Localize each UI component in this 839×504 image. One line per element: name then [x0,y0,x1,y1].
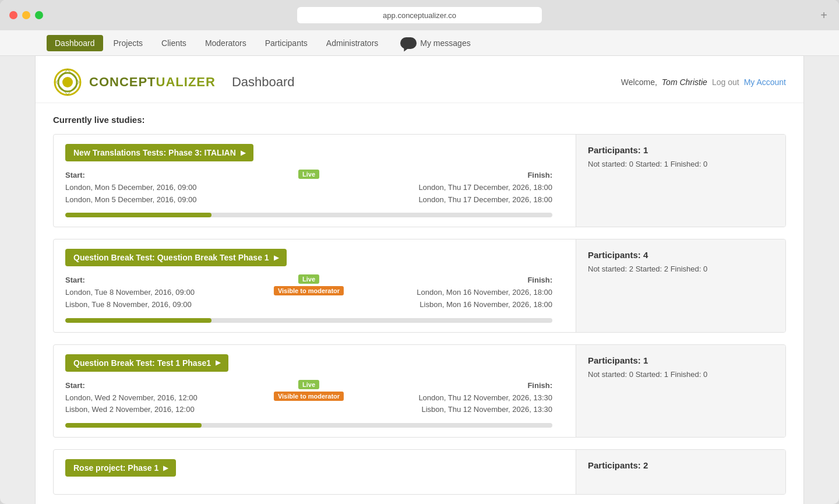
study-badges-1: Live [298,170,319,179]
play-icon-3: ▶ [216,359,220,366]
close-button[interactable] [9,11,17,19]
study-finish-dates-1: Finish: London, Thu 17 December, 2026, 1… [418,170,552,206]
finish-date-2-1: Lisbon, Mon 16 November, 2026, 18:00 [417,299,552,311]
participants-count-1: Participants: 1 [588,145,774,155]
start-label-2: Start: [65,274,195,287]
finish-date-3-1: Lisbon, Thu 12 November, 2026, 13:30 [418,404,552,416]
minimize-button[interactable] [22,11,30,19]
live-badge-1: Live [298,170,319,179]
start-date-3-1: Lisbon, Wed 2 November, 2016, 12:00 [65,404,198,416]
study-badges-3: Live Visible to moderator [274,380,344,401]
study-finish-dates-3: Finish: London, Thu 12 November, 2026, 1… [418,380,552,416]
finish-label-2: Finish: [417,274,552,287]
welcome-text: Welcome, [621,77,657,87]
start-label-3: Start: [65,380,198,392]
study-title-btn-4[interactable]: Rose project: Phase 1 ▶ [65,459,176,477]
start-date-2-1: Lisbon, Tue 8 November, 2016, 09:00 [65,299,195,311]
nav-projects[interactable]: Projects [105,35,151,51]
logo-text: CONCEPTUALIZER [89,75,216,90]
participants-count-2: Participants: 4 [588,250,774,260]
url-text: app.conceptualizer.co [383,11,456,20]
main-content: CONCEPTUALIZER Dashboard Welcome, Tom Ch… [35,56,804,504]
study-title-text-1: New Translations Tests: Phase 3: ITALIAN [73,148,236,157]
visible-badge-3: Visible to moderator [274,392,344,401]
finish-date-3-0: London, Thu 12 November, 2026, 13:30 [418,392,552,404]
logo-concept: CONCEPT [89,75,156,89]
study-right-4: Participants: 2 [576,450,785,494]
content-area: Currently live studies: New Translations… [36,103,803,504]
progress-fill-2 [65,318,211,323]
study-badges-2: Live Visible to moderator [274,274,344,295]
finish-label-1: Finish: [418,170,552,182]
titlebar: app.conceptualizer.co + [0,0,839,30]
svg-point-2 [62,77,73,87]
study-title-text-4: Rose project: Phase 1 [73,463,158,473]
study-title-btn-2[interactable]: Question Break Test: Question Break Test… [65,249,287,266]
participants-detail-3: Not started: 0 Started: 1 Finished: 0 [588,370,774,379]
study-title-text-2: Question Break Test: Question Break Test… [73,253,269,262]
nav-messages[interactable]: My messages [400,37,470,49]
finish-label-3: Finish: [418,380,552,392]
start-date-3-0: London, Wed 2 November, 2016, 12:00 [65,392,198,404]
url-bar[interactable]: app.conceptualizer.co [297,7,542,23]
study-card-1: New Translations Tests: Phase 3: ITALIAN… [53,134,786,227]
maximize-button[interactable] [35,11,43,19]
logo-area: CONCEPTUALIZER Dashboard [53,68,295,97]
user-area: Welcome, Tom Christie Log out My Account [621,77,786,87]
participants-detail-2: Not started: 2 Started: 2 Finished: 0 [588,265,774,273]
study-right-2: Participants: 4 Not started: 2 Started: … [576,239,785,332]
study-title-text-3: Question Break Test: Test 1 Phase1 [73,358,211,368]
nav-participants[interactable]: Participants [257,35,316,51]
study-left-4: Rose project: Phase 1 ▶ [54,450,564,494]
study-title-btn-1[interactable]: New Translations Tests: Phase 3: ITALIAN… [65,144,253,161]
play-icon-4: ▶ [163,464,168,472]
finish-date-1-0: London, Thu 17 December, 2026, 18:00 [418,182,552,194]
nav-administrators[interactable]: Administrators [318,35,386,51]
finish-date-1-1: London, Thu 17 December, 2026, 18:00 [418,194,552,206]
play-icon-2: ▶ [274,254,279,262]
study-card-4: Rose project: Phase 1 ▶ Participants: 2 [53,449,786,495]
study-dates-2: Start: London, Tue 8 November, 2016, 09:… [65,274,552,311]
message-bubble-icon [400,37,417,49]
study-finish-dates-2: Finish: London, Mon 16 November, 2026, 1… [417,274,552,311]
start-date-2-0: London, Tue 8 November, 2016, 09:00 [65,287,195,299]
study-left-1: New Translations Tests: Phase 3: ITALIAN… [54,135,564,227]
progress-bar-1 [65,213,552,217]
start-date-1-1: London, Mon 5 December, 2016, 09:00 [65,194,197,206]
nav-dashboard[interactable]: Dashboard [47,35,103,51]
participants-count-3: Participants: 1 [588,355,774,365]
study-start-dates-3: Start: London, Wed 2 November, 2016, 12:… [65,380,198,416]
finish-date-2-0: London, Mon 16 November, 2026, 18:00 [417,287,552,299]
logo-ualizer: UALIZER [156,75,216,89]
page-title: Dashboard [232,75,295,90]
live-badge-3: Live [298,380,319,389]
study-left-3: Question Break Test: Test 1 Phase1 ▶ Sta… [54,345,564,437]
my-account-link[interactable]: My Account [744,77,786,87]
study-start-dates-2: Start: London, Tue 8 November, 2016, 09:… [65,274,195,311]
study-dates-1: Start: London, Mon 5 December, 2016, 09:… [65,170,552,206]
start-date-1-0: London, Mon 5 December, 2016, 09:00 [65,182,197,194]
logout-link[interactable]: Log out [712,77,739,87]
live-badge-2: Live [298,274,319,284]
study-title-btn-3[interactable]: Question Break Test: Test 1 Phase1 ▶ [65,354,228,372]
progress-fill-3 [65,423,202,428]
username-text: Tom Christie [662,77,707,87]
new-tab-button[interactable]: + [820,9,827,22]
study-right-3: Participants: 1 Not started: 0 Started: … [576,345,785,437]
page-header: CONCEPTUALIZER Dashboard Welcome, Tom Ch… [36,56,803,103]
study-right-1: Participants: 1 Not started: 0 Started: … [576,135,785,227]
nav-moderators[interactable]: Moderators [197,35,255,51]
traffic-lights [9,11,43,19]
nav-clients[interactable]: Clients [153,35,195,51]
study-dates-3: Start: London, Wed 2 November, 2016, 12:… [65,380,552,416]
study-left-2: Question Break Test: Question Break Test… [54,239,564,332]
participants-detail-1: Not started: 0 Started: 1 Finished: 0 [588,160,774,168]
start-label-1: Start: [65,170,197,182]
study-card-2: Question Break Test: Question Break Test… [53,239,786,332]
logo-icon [53,68,82,97]
study-start-dates-1: Start: London, Mon 5 December, 2016, 09:… [65,170,197,206]
progress-bar-2 [65,318,552,323]
progress-fill-1 [65,213,211,217]
study-card-3: Question Break Test: Test 1 Phase1 ▶ Sta… [53,344,786,438]
messages-label: My messages [420,38,470,48]
